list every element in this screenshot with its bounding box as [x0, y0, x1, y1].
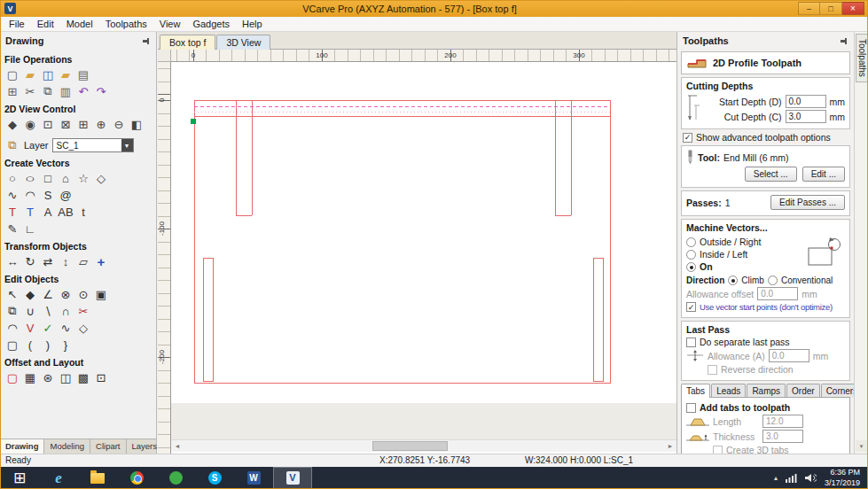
taskbar-word-button[interactable]: W: [234, 467, 273, 489]
pin-icon[interactable]: [142, 36, 151, 45]
mirror-icon[interactable]: ⇄: [40, 253, 56, 269]
delete-icon[interactable]: ⊗: [58, 286, 74, 302]
edit-picture-icon[interactable]: ▣: [93, 286, 109, 302]
volume-icon[interactable]: [805, 473, 817, 483]
redo-icon[interactable]: ↷: [93, 83, 109, 99]
rotate-icon[interactable]: ↻: [22, 253, 38, 269]
copy-icon[interactable]: ⧉: [40, 83, 56, 99]
draw-shape-icon[interactable]: ◇: [93, 170, 109, 186]
scroll-left-icon[interactable]: ◄: [171, 440, 184, 452]
dimension-icon[interactable]: ∟: [22, 221, 38, 237]
draw-polygon-icon[interactable]: ⌂: [58, 170, 74, 186]
conventional-radio[interactable]: [768, 276, 778, 285]
menu-gadgets[interactable]: Gadgets: [186, 18, 236, 30]
paste-icon[interactable]: ▥: [58, 83, 74, 99]
menu-model[interactable]: Model: [60, 18, 99, 30]
start-depth-input[interactable]: 0.0: [786, 95, 826, 108]
vector-start-points-checkbox[interactable]: [686, 302, 696, 312]
document-tab-box-top-f[interactable]: Box top f: [160, 35, 215, 50]
scroll-down-icon[interactable]: ▾: [856, 440, 867, 452]
zoom-out-icon[interactable]: ⊖: [111, 116, 127, 132]
distort-icon[interactable]: ▱: [75, 253, 91, 269]
align-icon[interactable]: +: [93, 253, 109, 269]
join-vectors-icon[interactable]: V: [22, 320, 38, 336]
reverse-direction-checkbox[interactable]: [708, 365, 717, 375]
offset-icon[interactable]: ▢: [4, 369, 20, 385]
hidden-icons-icon[interactable]: ▴: [774, 474, 778, 482]
drawing-canvas[interactable]: ◄ ►: [171, 62, 676, 454]
climb-radio[interactable]: [728, 276, 738, 285]
undo-icon[interactable]: ↶: [75, 83, 91, 99]
tool-select-button[interactable]: Select ...: [745, 167, 797, 182]
toolpath-tab-order[interactable]: Order: [786, 384, 820, 398]
measure-icon[interactable]: ∠: [40, 286, 56, 302]
menu-help[interactable]: Help: [236, 18, 269, 30]
subtract-icon[interactable]: ∖: [40, 303, 56, 319]
zoom-selection-icon[interactable]: ⊞: [75, 116, 91, 132]
snap-icon[interactable]: ⊙: [75, 286, 91, 302]
panel-tab-drawing[interactable]: Drawing: [0, 439, 44, 454]
taskbar-chrome-button[interactable]: [117, 467, 156, 489]
add-tabs-checkbox[interactable]: [686, 403, 696, 413]
panel-tab-modeling[interactable]: Modeling: [44, 439, 90, 454]
minimize-button[interactable]: –: [798, 2, 820, 15]
weld-icon[interactable]: ∪: [22, 303, 38, 319]
layout-grid-icon[interactable]: ▩: [75, 369, 91, 385]
tab-thickness-input[interactable]: 3.0: [762, 430, 803, 443]
open-recent-icon[interactable]: ▰: [58, 66, 74, 82]
taskbar-vcarve-button[interactable]: V: [273, 467, 312, 489]
spline-edit-icon[interactable]: }: [58, 337, 74, 353]
smooth-icon[interactable]: ∿: [58, 320, 74, 336]
group-icon[interactable]: ⧉: [4, 303, 20, 319]
open-vector-icon[interactable]: (: [22, 337, 38, 353]
document-tab-3d-view[interactable]: 3D View: [216, 35, 270, 50]
scroll-right-icon[interactable]: ►: [664, 440, 676, 452]
horizontal-scrollbar[interactable]: ◄ ►: [171, 439, 676, 452]
text-on-curve-icon[interactable]: A: [40, 204, 56, 220]
layer-dropdown[interactable]: SC_1▼: [52, 138, 134, 152]
tool-edit-button[interactable]: Edit ...: [802, 167, 845, 182]
toolpath-tab-leads[interactable]: Leads: [711, 384, 746, 398]
select-icon[interactable]: ↖: [4, 286, 20, 302]
allowance-offset-input[interactable]: 0.0: [757, 287, 798, 300]
panel-tab-clipart[interactable]: Clipart: [90, 439, 126, 454]
draw-text-icon[interactable]: T: [4, 204, 20, 220]
clock[interactable]: 6:36 PM 3/17/2019: [825, 468, 860, 488]
text-spacing-icon[interactable]: AB: [58, 204, 74, 220]
zoom-in-icon[interactable]: ⊕: [93, 116, 109, 132]
node-edit-icon[interactable]: ◆: [22, 286, 38, 302]
toolpath-tab-ramps[interactable]: Ramps: [747, 384, 786, 398]
inside-left-radio[interactable]: [686, 250, 696, 260]
title-bar[interactable]: V VCarve Pro (AXYZ Automation - 577) - […: [0, 0, 868, 17]
on-radio[interactable]: [686, 262, 696, 272]
draw-polyline-icon[interactable]: ∿: [4, 187, 20, 203]
draw-curve-icon[interactable]: S: [40, 187, 56, 203]
taskbar-internet-explorer-button[interactable]: e: [39, 467, 78, 489]
toolpath-tab-tabs[interactable]: Tabs: [681, 384, 710, 398]
close-vector-icon[interactable]: ): [40, 337, 56, 353]
new-file-icon[interactable]: ▢: [4, 66, 20, 82]
close-button[interactable]: ×: [842, 2, 864, 15]
create-3d-tabs-checkbox[interactable]: [713, 446, 723, 454]
zoom-extents-icon[interactable]: ⊠: [58, 116, 74, 132]
menu-view[interactable]: View: [153, 18, 187, 30]
scale-icon[interactable]: ↕: [58, 253, 74, 269]
print-icon[interactable]: ▤: [75, 66, 91, 82]
nest-icon[interactable]: ◫: [58, 369, 74, 385]
start-point-marker[interactable]: [191, 119, 196, 124]
draw-arc-icon[interactable]: ◠: [22, 187, 38, 203]
edit-passes-button[interactable]: Edit Passes ...: [770, 195, 845, 210]
network-icon[interactable]: [786, 473, 797, 483]
intersect-icon[interactable]: ∩: [58, 303, 74, 319]
trim-icon[interactable]: ✂: [75, 303, 91, 319]
open-file-icon[interactable]: ▰: [22, 66, 38, 82]
save-file-icon[interactable]: ◫: [40, 66, 56, 82]
outside-right-radio[interactable]: [686, 237, 696, 247]
taskbar-skype-button[interactable]: S: [195, 467, 234, 489]
draw-ellipse-icon[interactable]: ○: [19, 170, 43, 186]
cut-depth-input[interactable]: 3.0: [786, 110, 826, 123]
maximize-button[interactable]: □: [820, 2, 842, 15]
separate-last-pass-checkbox[interactable]: [686, 338, 696, 347]
pan-view-icon[interactable]: ◆: [4, 116, 20, 132]
advanced-options-checkbox[interactable]: [683, 133, 692, 143]
